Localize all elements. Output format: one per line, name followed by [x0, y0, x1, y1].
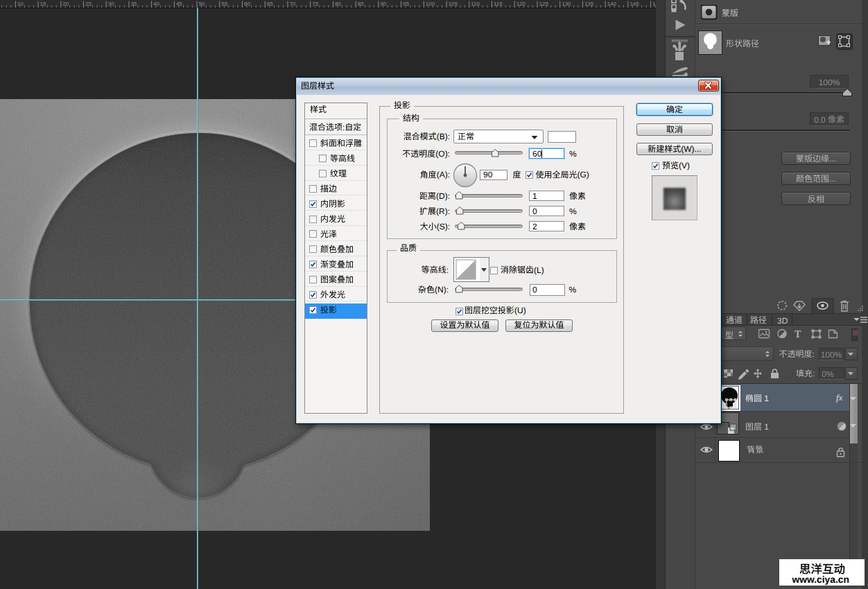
svg-text:90: 90 — [380, 1, 386, 7]
svg-text:35: 35 — [130, 1, 137, 7]
svg-text:140: 140 — [607, 1, 617, 7]
svg-text:60: 60 — [244, 1, 250, 7]
svg-text:125: 125 — [539, 1, 549, 7]
svg-text:55: 55 — [221, 1, 227, 7]
svg-text:95: 95 — [403, 1, 409, 7]
svg-text:100: 100 — [426, 1, 435, 7]
svg-text:80: 80 — [335, 1, 341, 7]
svg-text:65: 65 — [267, 1, 273, 7]
svg-text:145: 145 — [630, 1, 639, 7]
svg-text:50: 50 — [199, 1, 205, 7]
svg-text:75: 75 — [312, 1, 318, 7]
svg-text:135: 135 — [584, 1, 594, 7]
svg-text:70: 70 — [290, 1, 296, 7]
svg-text:fx: fx — [836, 393, 843, 403]
svg-text:40: 40 — [153, 1, 159, 7]
svg-text:25: 25 — [85, 1, 92, 7]
svg-text:45: 45 — [176, 1, 182, 7]
svg-text:10: 10 — [17, 1, 24, 7]
svg-text:30: 30 — [108, 1, 114, 7]
svg-text:130: 130 — [562, 1, 571, 7]
svg-text:20: 20 — [62, 1, 69, 7]
svg-text:105: 105 — [449, 1, 458, 7]
svg-text:120: 120 — [517, 1, 526, 7]
svg-text:T: T — [795, 329, 801, 340]
svg-text:110: 110 — [471, 1, 480, 7]
svg-text:85: 85 — [358, 1, 364, 7]
svg-text:15: 15 — [40, 1, 46, 7]
svg-text:115: 115 — [494, 1, 503, 7]
